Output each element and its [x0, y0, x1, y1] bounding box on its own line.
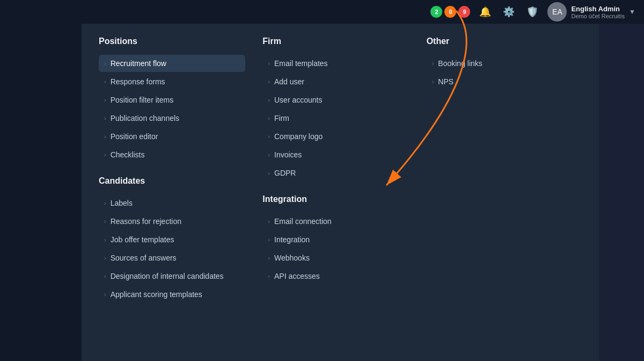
- item-label: API accesses: [274, 272, 320, 280]
- chevron-right-icon: ›: [104, 291, 106, 298]
- sidebar-item-applicant-scoring[interactable]: › Applicant scoring templates: [99, 286, 245, 303]
- sidebar-item-publication-channels[interactable]: › Publication channels: [99, 110, 245, 127]
- other-column: Other › Booking links › NPS: [418, 37, 582, 348]
- chevron-right-icon: ›: [268, 170, 270, 176]
- sidebar-item-checklists[interactable]: › Checklists: [99, 146, 245, 163]
- sidebar-item-designation-internal[interactable]: › Designation of internal candidates: [99, 268, 245, 285]
- sidebar-item-position-filter-items[interactable]: › Position filter items: [99, 91, 245, 109]
- chevron-right-icon: ›: [268, 97, 270, 103]
- sidebar-item-reasons-for-rejection[interactable]: › Reasons for rejection: [99, 213, 245, 230]
- user-menu-trigger[interactable]: EA English Admin Demo účet Recruitís ▼: [547, 2, 635, 21]
- sidebar-item-api-accesses[interactable]: › API accesses: [262, 268, 409, 285]
- item-label: Email connection: [274, 217, 332, 226]
- notification-badges: 2 0 9: [430, 6, 470, 18]
- item-label: Checklists: [111, 150, 145, 159]
- chevron-right-icon: ›: [104, 273, 106, 279]
- firm-title: Firm: [262, 37, 409, 46]
- chevron-right-icon: ›: [268, 60, 270, 67]
- other-title: Other: [427, 37, 573, 46]
- sidebar-item-webhooks[interactable]: › Webhooks: [262, 249, 409, 266]
- sidebar-item-company-logo[interactable]: › Company logo: [262, 128, 409, 145]
- sidebar-item-nps[interactable]: › NPS: [427, 73, 573, 90]
- item-label: Integration: [274, 235, 310, 244]
- chevron-right-icon: ›: [104, 115, 106, 121]
- user-name: English Admin: [571, 5, 625, 13]
- shield-icon[interactable]: 🛡️: [524, 3, 541, 20]
- item-label: GDPR: [274, 169, 296, 177]
- sidebar-item-job-offer-templates[interactable]: › Job offer templates: [99, 231, 245, 248]
- sidebar-item-integration[interactable]: › Integration: [262, 231, 409, 248]
- item-label: Recruitment flow: [111, 59, 166, 68]
- chevron-right-icon: ›: [268, 151, 270, 158]
- sidebar-item-labels[interactable]: › Labels: [99, 194, 245, 212]
- chevron-right-icon: ›: [104, 200, 106, 206]
- sidebar-item-add-user[interactable]: › Add user: [262, 73, 409, 90]
- chevron-right-icon: ›: [432, 78, 434, 85]
- gear-icon[interactable]: ⚙️: [500, 3, 517, 20]
- item-label: Reasons for rejection: [111, 217, 181, 226]
- chevron-right-icon: ›: [268, 255, 270, 261]
- item-label: Add user: [274, 77, 304, 86]
- item-label: Applicant scoring templates: [111, 290, 202, 299]
- item-label: Email templates: [274, 59, 328, 68]
- chevron-right-icon: ›: [104, 78, 106, 85]
- positions-column: Positions › Recruitment flow › Response …: [99, 37, 254, 348]
- settings-menu: Positions › Recruitment flow › Response …: [82, 24, 599, 361]
- candidates-title: Candidates: [99, 176, 245, 186]
- item-label: Position filter items: [111, 96, 173, 104]
- positions-title: Positions: [99, 37, 245, 46]
- item-label: Sources of answers: [111, 254, 177, 262]
- chevron-right-icon: ›: [268, 133, 270, 140]
- bell-icon[interactable]: 🔔: [477, 3, 494, 20]
- chevron-right-icon: ›: [268, 273, 270, 279]
- badge-red[interactable]: 9: [458, 6, 470, 18]
- topbar: 2 0 9 🔔 ⚙️ 🛡️ EA English Admin Demo účet…: [0, 0, 644, 24]
- sidebar-item-position-editor[interactable]: › Position editor: [99, 128, 245, 145]
- chevron-right-icon: ›: [104, 236, 106, 243]
- chevron-right-icon: ›: [432, 60, 434, 67]
- chevron-right-icon: ›: [104, 133, 106, 140]
- chevron-right-icon: ›: [268, 115, 270, 121]
- sidebar-item-invoices[interactable]: › Invoices: [262, 146, 409, 163]
- chevron-right-icon: ›: [104, 97, 106, 103]
- chevron-right-icon: ›: [268, 78, 270, 85]
- item-label: NPS: [438, 77, 453, 86]
- item-label: Job offer templates: [111, 235, 174, 244]
- sidebar-item-firm[interactable]: › Firm: [262, 110, 409, 127]
- user-role: Demo účet Recruitís: [571, 13, 625, 19]
- item-label: Labels: [111, 199, 133, 207]
- sidebar-item-sources-of-answers[interactable]: › Sources of answers: [99, 249, 245, 266]
- badge-green[interactable]: 2: [430, 6, 442, 18]
- badge-orange[interactable]: 0: [444, 6, 456, 18]
- integration-title: Integration: [262, 194, 409, 204]
- chevron-right-icon: ›: [104, 60, 106, 67]
- firm-column: Firm › Email templates › Add user › User…: [254, 37, 418, 348]
- chevron-right-icon: ›: [104, 151, 106, 158]
- chevron-right-icon: ›: [104, 218, 106, 225]
- sidebar-item-email-connection[interactable]: › Email connection: [262, 213, 409, 230]
- item-label: Webhooks: [274, 254, 310, 262]
- chevron-down-icon: ▼: [629, 8, 635, 16]
- sidebar-item-gdpr[interactable]: › GDPR: [262, 164, 409, 182]
- chevron-right-icon: ›: [104, 255, 106, 261]
- item-label: Response forms: [111, 77, 165, 86]
- item-label: Position editor: [111, 132, 158, 141]
- item-label: Firm: [274, 114, 289, 122]
- integration-section: Integration › Email connection › Integra…: [262, 194, 409, 285]
- item-label: Designation of internal candidates: [111, 272, 224, 280]
- chevron-right-icon: ›: [268, 218, 270, 225]
- item-label: User accounts: [274, 96, 322, 104]
- item-label: Booking links: [438, 59, 482, 68]
- chevron-right-icon: ›: [268, 236, 270, 243]
- item-label: Publication channels: [111, 114, 179, 122]
- sidebar-item-response-forms[interactable]: › Response forms: [99, 73, 245, 90]
- item-label: Company logo: [274, 132, 323, 141]
- sidebar-item-recruitment-flow[interactable]: › Recruitment flow: [99, 55, 245, 72]
- candidates-section: Candidates › Labels › Reasons for reject…: [99, 176, 245, 303]
- sidebar-item-booking-links[interactable]: › Booking links: [427, 55, 573, 72]
- sidebar-item-email-templates[interactable]: › Email templates: [262, 55, 409, 72]
- avatar: EA: [547, 2, 567, 21]
- sidebar-item-user-accounts[interactable]: › User accounts: [262, 91, 409, 109]
- item-label: Invoices: [274, 150, 302, 159]
